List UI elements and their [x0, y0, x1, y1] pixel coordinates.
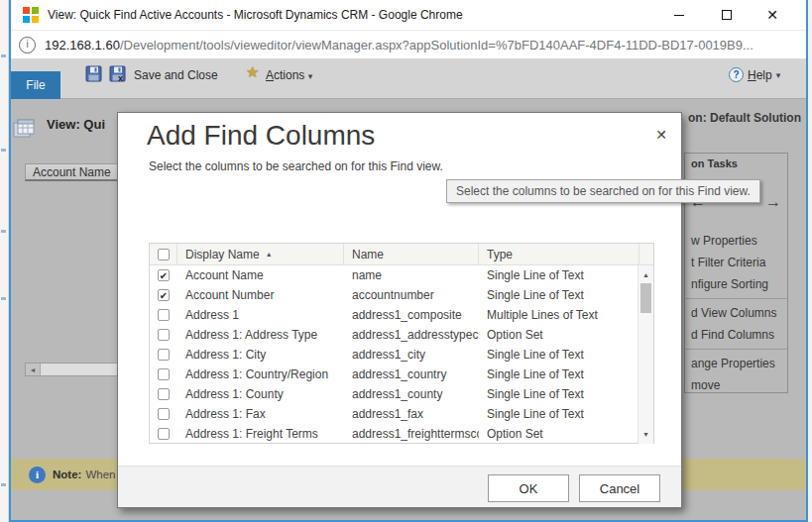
task-item[interactable]: d Find Columns: [685, 324, 787, 346]
grid-column-label: Account Name: [33, 165, 111, 179]
file-tab[interactable]: File: [11, 71, 60, 99]
window-title: View: Quick Find Active Accounts - Micro…: [48, 8, 463, 22]
cancel-button[interactable]: Cancel: [579, 474, 660, 502]
scrollbar-thumb[interactable]: [40, 364, 118, 375]
type-cell: Single Line of Text: [479, 367, 638, 381]
tasks-separator: [685, 349, 787, 350]
scroll-left-icon[interactable]: ◄: [26, 364, 40, 375]
find-columns-table: Display Name▲ Name Type ✔Account Namenam…: [149, 243, 654, 444]
url-text[interactable]: 192.168.1.60/Development/tools/viewedito…: [45, 38, 754, 52]
ok-button[interactable]: OK: [488, 474, 569, 502]
select-all-checkbox[interactable]: [158, 249, 170, 261]
task-item[interactable]: t Filter Criteria: [685, 252, 787, 273]
save-icon[interactable]: [85, 65, 102, 82]
page-title: View: Qui: [47, 117, 105, 132]
move-right-icon[interactable]: →: [765, 193, 781, 211]
grid-horizontal-scrollbar[interactable]: ◄: [25, 363, 119, 376]
table-header-row: Display Name▲ Name Type: [150, 244, 653, 265]
name-cell: accountnumber: [344, 288, 479, 302]
name-cell: address1_composite: [344, 308, 479, 322]
type-cell: Single Line of Text: [479, 387, 638, 401]
solution-label: on: Default Solution: [688, 111, 801, 125]
row-checkbox[interactable]: [158, 329, 170, 341]
name-cell: address1_city: [344, 348, 479, 362]
row-checkbox[interactable]: ✔: [158, 289, 170, 301]
display-name-cell: Address 1: City: [177, 348, 344, 362]
row-checkbox-cell: [150, 349, 177, 361]
grid-column-header[interactable]: Account Name ▲: [25, 163, 119, 181]
table-row[interactable]: ✔Account NumberaccountnumberSingle Line …: [150, 285, 653, 305]
background-window-sliver: [0, 0, 9, 522]
dialog-title: Add Find Columns: [147, 120, 375, 152]
help-menu[interactable]: ? Help ▾: [729, 67, 780, 82]
help-label: Help: [748, 68, 772, 82]
row-checkbox[interactable]: [158, 428, 170, 440]
actions-icon: ★: [246, 63, 259, 81]
row-checkbox[interactable]: [158, 349, 170, 361]
header-display-name[interactable]: Display Name▲: [177, 244, 344, 264]
table-row[interactable]: Address 1: Country/Regionaddress1_countr…: [150, 365, 653, 384]
type-cell: Multiple Lines of Text: [479, 308, 638, 322]
table-row[interactable]: ✔Account NamenameSingle Line of Text: [150, 265, 653, 285]
note-label: Note:: [53, 469, 81, 480]
row-checkbox[interactable]: [158, 309, 170, 321]
type-cell: Option Set: [479, 328, 638, 342]
row-checkbox-cell: [150, 388, 177, 400]
header-spacer: [639, 244, 653, 264]
screen: View: Quick Find Active Accounts - Micro…: [0, 0, 812, 522]
display-name-cell: Account Name: [177, 268, 344, 282]
actions-menu[interactable]: Actions ▾: [266, 68, 312, 82]
task-item[interactable]: d View Columns: [685, 302, 787, 324]
minimize-button[interactable]: [662, 0, 696, 30]
table-vertical-scrollbar[interactable]: ▲ ▼: [638, 265, 653, 444]
type-cell: Single Line of Text: [479, 288, 638, 302]
row-checkbox-cell: [150, 368, 177, 380]
row-checkbox[interactable]: ✔: [158, 269, 170, 281]
name-cell: address1_county: [344, 387, 479, 401]
svg-text:x: x: [118, 73, 123, 82]
save-and-close-button[interactable]: Save and Close: [134, 68, 218, 82]
type-cell: Single Line of Text: [479, 407, 638, 421]
task-item[interactable]: w Properties: [685, 230, 787, 252]
scroll-down-icon[interactable]: ▼: [638, 427, 653, 442]
task-item[interactable]: nfigure Sorting: [685, 273, 787, 295]
row-checkbox-cell: [150, 428, 177, 440]
tasks-list: w Propertiest Filter Criterianfigure Sor…: [685, 230, 787, 396]
table-row[interactable]: Address 1: Cityaddress1_citySingle Line …: [150, 345, 653, 365]
header-display-name-label: Display Name: [185, 248, 260, 261]
row-checkbox[interactable]: [158, 388, 170, 400]
display-name-cell: Account Number: [177, 288, 344, 302]
header-type[interactable]: Type: [479, 244, 639, 264]
table-row[interactable]: Address 1: Address Typeaddress1_addresst…: [150, 325, 653, 345]
table-row[interactable]: Address 1: Countyaddress1_countySingle L…: [150, 384, 653, 404]
name-cell: name: [344, 268, 479, 282]
scrollbar-thumb[interactable]: [640, 283, 651, 313]
dialog-close-icon[interactable]: ✕: [651, 125, 671, 145]
maximize-icon: [722, 10, 732, 20]
address-bar[interactable]: i 192.168.1.60/Development/tools/viewedi…: [9, 30, 808, 59]
view-editor-icon: [12, 118, 36, 141]
name-cell: address1_freighttermscode: [344, 427, 479, 441]
save-and-close-icon[interactable]: x: [109, 65, 126, 82]
row-checkbox[interactable]: [158, 408, 170, 420]
header-name[interactable]: Name: [344, 244, 479, 264]
page-info-icon[interactable]: i: [19, 37, 36, 53]
row-checkbox[interactable]: [158, 368, 170, 380]
tooltip: Select the columns to be searched on for…: [446, 179, 760, 203]
tasks-separator: [685, 298, 787, 299]
task-item[interactable]: move: [685, 374, 787, 396]
url-path: /Development/tools/vieweditor/viewManage…: [120, 38, 754, 52]
scroll-up-icon[interactable]: ▲: [638, 267, 653, 282]
table-row[interactable]: Address 1address1_compositeMultiple Line…: [150, 305, 653, 325]
display-name-cell: Address 1: Country/Region: [177, 367, 344, 381]
chevron-down-icon: ▾: [308, 71, 313, 81]
table-row[interactable]: Address 1: Freight Termsaddress1_freight…: [150, 424, 653, 444]
dynamics-crm-favicon: [23, 7, 39, 23]
display-name-cell: Address 1: Freight Terms: [177, 427, 344, 441]
chevron-down-icon: ▾: [776, 70, 781, 80]
maximize-button[interactable]: [710, 0, 744, 30]
task-item[interactable]: ange Properties: [685, 353, 787, 374]
close-window-button[interactable]: ✕: [755, 0, 789, 30]
header-checkbox-cell: [150, 244, 177, 264]
table-row[interactable]: Address 1: Faxaddress1_faxSingle Line of…: [150, 404, 653, 424]
